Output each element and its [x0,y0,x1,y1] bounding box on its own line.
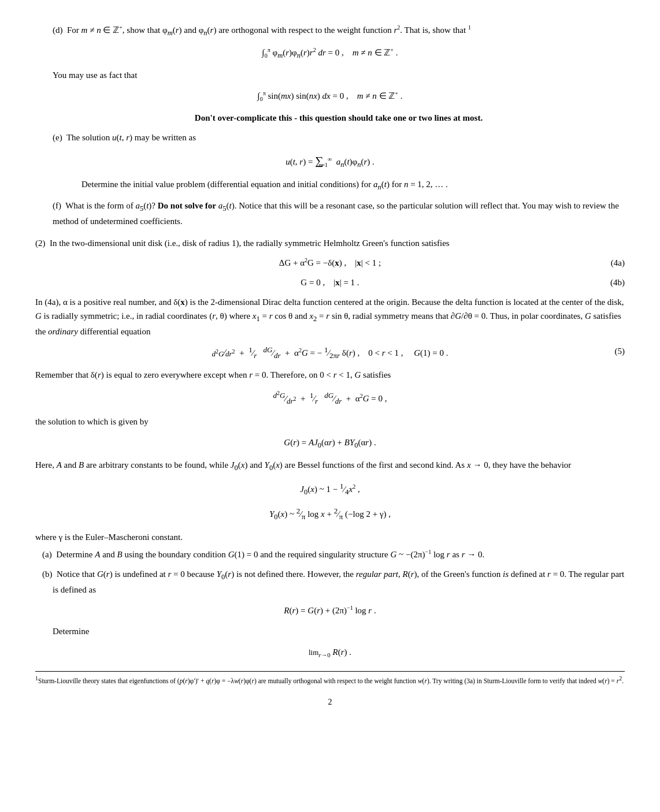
item-d-warning: Don't over-complicate this - this questi… [53,111,625,125]
page-content: (d) For m ≠ n ∈ ℤ+, show that φm(r) and … [35,23,625,709]
eq-R: R(r) = G(r) + (2π)−1 log r . [35,604,625,617]
eq-lim: limr→0 R(r) . [35,645,625,660]
item-e-text1: (e) The solution u(t, r) may be written … [35,131,625,144]
item-2b: (b) Notice that G(r) is undefined at r =… [35,567,625,660]
item-d-integral2: ∫0π sin(mx) sin(nx) dx = 0 , m ≠ n ∈ ℤ+ … [35,89,625,104]
eq-4a: ΔG + α2G = −δ(x) , |x| < 1 ; [35,256,625,270]
item-2b-text1: (b) Notice that G(r) is undefined at r =… [35,567,625,597]
item-d: (d) For m ≠ n ∈ ℤ+, show that φm(r) and … [35,23,625,125]
item-d-integral1: ∫0π φm(r)φn(r)r2 dr = 0 , m ≠ n ∈ ℤ+ . [35,46,625,61]
item-d-text2: You may use as fact that [35,68,625,82]
footnote: 1Sturm-Liouville theory states that eige… [35,671,625,686]
eq-4b: G = 0 , |x| = 1 . [35,275,625,289]
eq-5-tag: (5) [615,344,625,358]
eq-4b-container: G = 0 , |x| = 1 . (4b) [35,275,625,289]
eq-5-container: d2G⁄dr2 + 1⁄r dG⁄dr + α2G = − 1⁄2πr δ(r)… [35,344,625,362]
eq-7: G(r) = AJ0(αr) + BY0(αr) . [35,435,625,451]
item-f: (f) What is the form of a5(t)? Do not so… [35,199,625,228]
item-2-para5: where γ is the Euler–Mascheroni constant… [35,530,625,544]
footnote-ref: 1 [35,675,38,681]
item-2a: (a) Determine A and B using the boundary… [35,547,625,561]
eq-4a-container: ΔG + α2G = −δ(x) , |x| < 1 ; (4a) [35,256,625,270]
item-e-text2: Determine the initial value problem (dif… [35,177,625,193]
item-2-para3: the solution to which is given by [35,415,625,429]
item-2b-text2: Determine [35,624,625,638]
eq-4a-tag: (4a) [611,256,625,270]
item-f-text: (f) What is the form of a5(t)? Do not so… [53,199,625,228]
item-e-series: u(t, r) = ∑n=1∞ an(t)φn(r) . [35,151,625,170]
eq-8a: J0(x) ~ 1 − 1⁄4x2 , [35,481,625,498]
item-2-intro: (2) In the two-dimensional unit disk (i.… [35,236,625,250]
item-2: (2) In the two-dimensional unit disk (i.… [35,236,625,660]
eq-4b-tag: (4b) [610,275,625,289]
item-e: (e) The solution u(t, r) may be written … [35,131,625,193]
item-2-para4: Here, A and B are arbitrary constants to… [35,458,625,474]
eq-6: d2G⁄dr2 + 1⁄r dG⁄dr + α2G = 0 , [35,389,625,408]
item-d-text: (d) For m ≠ n ∈ ℤ+, show that φm(r) and … [35,23,625,39]
item-2a-text: (a) Determine A and B using the boundary… [35,547,625,561]
eq-8b: Y0(x) ~ 2⁄π log x + 2⁄π (−log 2 + γ) , [35,505,625,523]
page-number: 2 [35,696,625,709]
item-2-para1: In (4a), α is a positive real number, an… [35,295,625,338]
item-2-para2: Remember that δ(r) is equal to zero ever… [35,368,625,382]
eq-5: d2G⁄dr2 + 1⁄r dG⁄dr + α2G = − 1⁄2πr δ(r)… [35,344,625,362]
